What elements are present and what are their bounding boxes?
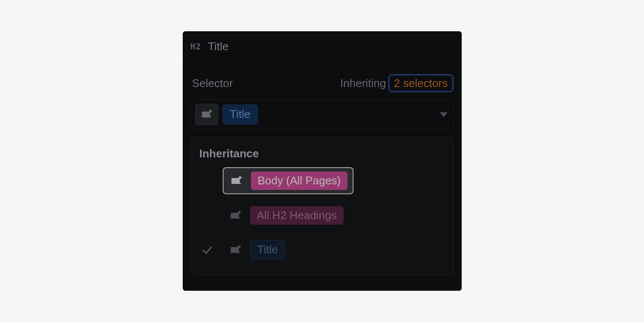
inheritance-item[interactable]: Body (All Pages)	[200, 167, 445, 194]
inheritance-chip: All H2 Headings	[250, 206, 344, 225]
inheriting-label: Inheriting	[340, 77, 386, 90]
style-panel: H2 Title Selector Inheriting 2 selectors…	[183, 31, 462, 291]
style-source-button[interactable]	[195, 104, 218, 125]
inheriting-count-badge[interactable]: 2 selectors	[389, 75, 453, 92]
panel-header: H2 Title	[183, 31, 462, 62]
selector-label: Selector	[192, 77, 233, 90]
inheritance-title: Inheritance	[200, 147, 445, 160]
svg-point-0	[209, 110, 212, 113]
inheritance-item[interactable]: Title	[200, 237, 445, 263]
inheritance-list: Body (All Pages) All	[200, 167, 445, 263]
inheritance-chip: Body (All Pages)	[251, 172, 348, 190]
svg-point-2	[238, 211, 240, 214]
check-icon	[200, 244, 215, 256]
element-name: Title	[208, 40, 229, 53]
chevron-down-icon[interactable]	[440, 112, 447, 117]
inheritance-item-box[interactable]: Body (All Pages)	[223, 167, 354, 194]
style-source-icon	[200, 108, 213, 121]
selector-field[interactable]: Title	[190, 99, 454, 129]
inheritance-item-box[interactable]: Title	[223, 237, 290, 263]
style-source-icon	[229, 175, 244, 187]
h2-icon: H2	[190, 41, 201, 51]
style-source-icon	[228, 244, 243, 256]
svg-point-1	[239, 176, 241, 179]
stage: H2 Title Selector Inheriting 2 selectors…	[0, 0, 644, 322]
selector-row: Selector Inheriting 2 selectors	[183, 62, 462, 99]
inheritance-item-box[interactable]: All H2 Headings	[223, 203, 349, 228]
inheritance-item[interactable]: All H2 Headings	[200, 203, 445, 228]
style-source-icon	[228, 209, 243, 222]
svg-point-3	[238, 245, 240, 248]
inheriting-indicator[interactable]: Inheriting 2 selectors	[340, 75, 453, 92]
inheritance-panel: Inheritance Body (All Pages)	[190, 137, 454, 275]
inheritance-chip: Title	[250, 240, 285, 259]
class-chip-current[interactable]: Title	[223, 105, 258, 124]
